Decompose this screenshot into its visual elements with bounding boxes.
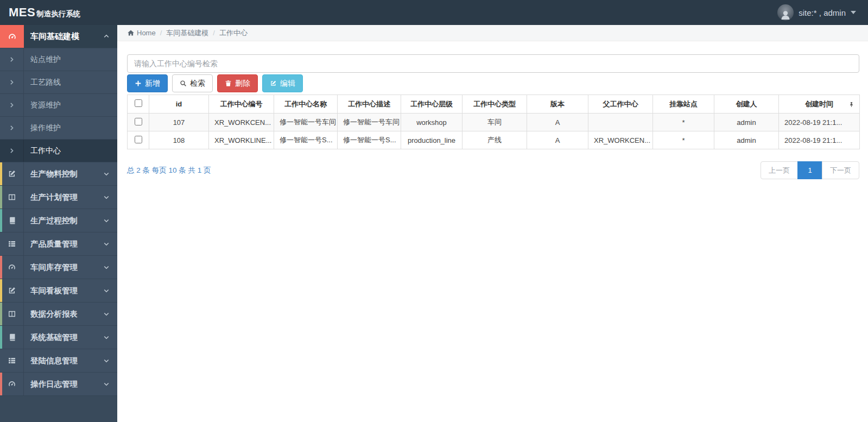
table-cell: admin [714, 114, 779, 131]
sidebar-item-login-info-management[interactable]: 登陆信息管理 [0, 349, 117, 373]
sidebar-item-work-center[interactable]: 工作中心 [0, 140, 117, 162]
accent-strip [0, 162, 2, 185]
sidebar-item-operation-log-management[interactable]: 操作日志管理 [0, 373, 117, 396]
avatar [777, 4, 794, 21]
sidebar-item-label: 登陆信息管理 [30, 356, 78, 366]
main-content: Home / 车间基础建模 / 工作中心 新增 检索 删除 编辑 [117, 25, 868, 422]
breadcrumb-home[interactable]: Home [137, 29, 156, 37]
sidebar-item-kanban-management[interactable]: 车间看板管理 [0, 279, 117, 303]
sidebar-item-system-management[interactable]: 系统基础管理 [0, 326, 117, 349]
edit-button-label: 编辑 [280, 79, 295, 89]
sidebar-item-label: 操作日志管理 [30, 379, 78, 389]
work-center-table: id 工作中心编号 工作中心名称 工作中心描述 工作中心层级 工作中心类型 版本… [127, 95, 860, 149]
chevron-down-icon [103, 264, 110, 270]
accent-strip [0, 186, 2, 209]
sidebar-item-plan-management[interactable]: 生产计划管理 [0, 186, 117, 209]
delete-button[interactable]: 删除 [217, 74, 258, 92]
sidebar-item-process-route[interactable]: 工艺路线 [0, 71, 117, 94]
pagination-summary: 总 2 条 每页 10 条 共 1 页 [127, 161, 211, 175]
search-input[interactable] [127, 54, 859, 73]
sidebar-item-label: 工作中心 [30, 146, 61, 156]
pagination-next[interactable]: 下一页 [822, 161, 859, 179]
columns-icon [0, 186, 24, 209]
column-header-name: 工作中心名称 [274, 95, 338, 114]
table-cell: 2022-08-19 21:1... [779, 131, 860, 149]
sidebar: 车间基础建模 站点维护 工艺路线 资源维护 操作维护 工作中心 生产物料控制 生… [0, 25, 117, 422]
sidebar-item-label: 车间看板管理 [30, 286, 78, 296]
sidebar-item-resource-maintenance[interactable]: 资源维护 [0, 94, 117, 117]
home-icon [127, 29, 135, 37]
row-checkbox[interactable] [135, 118, 142, 125]
chevron-down-icon [103, 217, 110, 224]
breadcrumb-level2: 工作中心 [219, 28, 248, 38]
table-footer: 总 2 条 每页 10 条 共 1 页 上一页 1 下一页 [127, 161, 859, 179]
list-icon [0, 232, 24, 255]
edit-icon [0, 162, 24, 185]
sidebar-item-label: 工艺路线 [30, 78, 61, 87]
caret-down-icon [851, 11, 856, 14]
trash-icon [225, 80, 232, 87]
pagination-page-1[interactable]: 1 [797, 161, 822, 179]
pagination-prev[interactable]: 上一页 [761, 161, 798, 179]
table-cell [588, 114, 653, 131]
table-header-row: id 工作中心编号 工作中心名称 工作中心描述 工作中心层级 工作中心类型 版本… [128, 95, 860, 114]
add-button[interactable]: 新增 [127, 74, 168, 92]
user-menu[interactable]: site:* , admin [777, 4, 868, 21]
accent-strip [0, 279, 2, 302]
accent-strip [0, 373, 2, 395]
column-header-version: 版本 [527, 95, 588, 114]
list-icon [0, 349, 24, 372]
row-checkbox[interactable] [135, 136, 142, 143]
column-header-code: 工作中心编号 [209, 95, 274, 114]
table-cell [128, 131, 149, 149]
dashboard-icon [0, 256, 24, 279]
sidebar-item-label: 资源维护 [30, 100, 61, 110]
sidebar-item-material-control[interactable]: 生产物料控制 [0, 162, 117, 186]
table-cell: 车间 [462, 114, 527, 131]
table-row[interactable]: 108 XR_WORKLINE... 修一智能一号S... 修一智能一号S...… [128, 131, 860, 149]
edit-icon [0, 279, 24, 302]
table-cell: production_line [401, 131, 462, 149]
pin-icon[interactable] [848, 102, 854, 108]
column-header-label: 创建时间 [805, 100, 833, 108]
search-button[interactable]: 检索 [172, 74, 213, 92]
sidebar-item-operation-maintenance[interactable]: 操作维护 [0, 117, 117, 140]
select-all-checkbox[interactable] [135, 99, 142, 107]
sidebar-item-data-analysis-reports[interactable]: 数据分析报表 [0, 303, 117, 326]
search-button-label: 检索 [190, 79, 205, 89]
table-cell: 修一智能一号S... [338, 131, 401, 149]
sidebar-item-label: 站点维护 [30, 55, 61, 65]
edit-button[interactable]: 编辑 [262, 74, 303, 92]
user-label: site:* , admin [799, 8, 846, 17]
table-cell: XR_WORKLINE... [209, 131, 274, 149]
sidebar-item-station-maintenance[interactable]: 站点维护 [0, 48, 117, 71]
chevron-down-icon [103, 171, 110, 177]
app-logo: MES 制造执行系统 [0, 5, 80, 20]
sidebar-item-inventory-management[interactable]: 车间库存管理 [0, 256, 117, 279]
sidebar-item-label: 产品质量管理 [30, 239, 78, 249]
column-header-created: 创建时间 [779, 95, 860, 114]
breadcrumb-separator: / [213, 29, 215, 37]
sidebar-group-label: 车间基础建模 [30, 32, 79, 42]
table-cell: 产线 [462, 131, 527, 149]
sidebar-item-label: 数据分析报表 [30, 309, 78, 319]
sidebar-item-quality-management[interactable]: 产品质量管理 [0, 232, 117, 256]
angle-right-icon [0, 71, 24, 93]
sidebar-item-label: 生产过程控制 [30, 216, 78, 226]
sidebar-item-label: 车间库存管理 [30, 262, 78, 273]
chevron-down-icon [103, 311, 110, 317]
angle-right-icon [0, 94, 24, 116]
breadcrumb-level1: 车间基础建模 [166, 28, 208, 38]
table-cell: 2022-08-19 21:1... [779, 114, 860, 131]
table-cell: 107 [149, 114, 209, 131]
chevron-down-icon [103, 194, 110, 200]
column-header-parent: 父工作中心 [588, 95, 653, 114]
sidebar-group-workshop-modeling[interactable]: 车间基础建模 [0, 25, 117, 48]
book-icon [0, 326, 24, 349]
chevron-down-icon [103, 357, 110, 364]
table-row[interactable]: 107 XR_WORKCEN... 修一智能一号车间 修一智能一号车间 work… [128, 114, 860, 131]
column-header-level: 工作中心层级 [401, 95, 462, 114]
table-cell: A [527, 131, 588, 149]
sidebar-item-process-control[interactable]: 生产过程控制 [0, 209, 117, 232]
select-all-cell [128, 95, 149, 114]
